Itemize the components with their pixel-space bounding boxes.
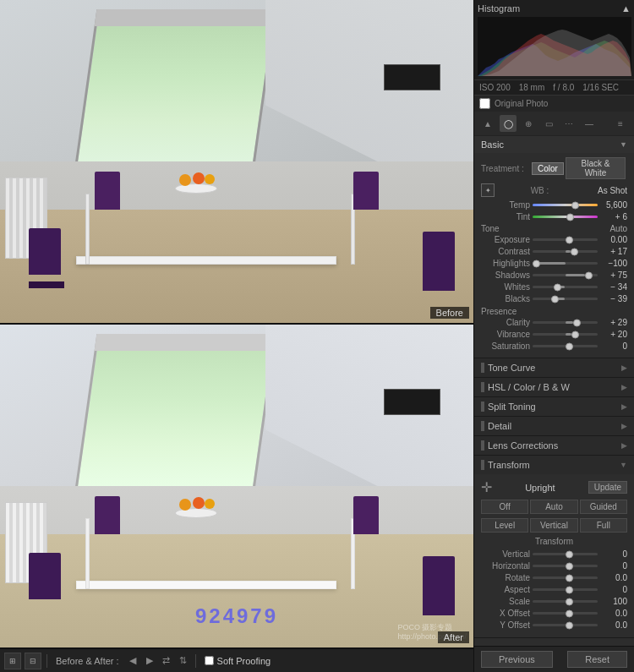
hsl-header[interactable]: HSL / Color / B & W ▶ (474, 378, 634, 396)
highlights-slider[interactable] (533, 262, 598, 265)
upright-full-btn[interactable]: Full (580, 518, 627, 533)
highlights-row: Highlights −100 (481, 259, 627, 268)
clarity-slider[interactable] (533, 321, 598, 324)
upright-guided-btn[interactable]: Guided (580, 500, 627, 514)
xoffset-thumb[interactable] (566, 609, 573, 617)
tool-histogram[interactable]: ▲ (479, 115, 496, 132)
horizontal-thumb[interactable] (566, 562, 573, 570)
update-btn[interactable]: Update (588, 481, 627, 494)
soft-proofing-checkbox[interactable] (205, 656, 214, 665)
original-photo-checkbox[interactable] (479, 98, 490, 109)
tone-curve-header[interactable]: Tone Curve ▶ (474, 358, 634, 377)
shadows-thumb[interactable] (585, 271, 593, 279)
reset-btn[interactable]: Reset (567, 651, 627, 668)
blacks-slider[interactable] (533, 298, 598, 300)
tone-auto[interactable]: Auto (609, 224, 627, 233)
aspect-row: Aspect 0 (481, 585, 627, 594)
contrast-thumb[interactable] (571, 248, 578, 255)
original-photo-label: Original Photo (495, 99, 548, 108)
basic-arrow: ▼ (620, 140, 627, 149)
exposure-row: Exposure 0.00 (481, 235, 627, 244)
blacks-row: Blacks − 39 (481, 294, 627, 303)
upright-auto-btn[interactable]: Auto (530, 500, 577, 514)
scale-slider[interactable] (533, 600, 598, 603)
clarity-thumb[interactable] (573, 319, 581, 326)
toolbar-arrow-left[interactable]: ◀ (126, 654, 139, 668)
previous-btn[interactable]: Previous (481, 651, 553, 668)
vibrance-slider[interactable] (533, 333, 598, 336)
bw-btn[interactable]: Black & White (566, 157, 626, 179)
histogram-triangle[interactable]: ▲ (621, 3, 631, 14)
xoffset-slider[interactable] (533, 612, 598, 615)
tint-thumb[interactable] (566, 213, 574, 221)
vertical-label: Vertical (481, 549, 530, 559)
tone-curve-divider (481, 363, 484, 373)
scale-thumb[interactable] (566, 598, 573, 605)
upright-vertical-btn[interactable]: Vertical (530, 518, 577, 533)
whites-thumb[interactable] (554, 283, 561, 291)
detail-header[interactable]: Detail ▶ (474, 417, 634, 435)
aspect-slider[interactable] (533, 588, 598, 591)
yoffset-thumb[interactable] (566, 621, 573, 629)
transform-arrow: ▼ (620, 461, 627, 469)
presence-header: Presence (481, 307, 627, 316)
xoffset-value: 0.0 (600, 609, 627, 618)
split-toning-header[interactable]: Split Toning ▶ (474, 397, 634, 416)
split-toning-divider (481, 402, 484, 412)
tint-slider[interactable] (533, 216, 598, 218)
toolbar-arrow-swap2[interactable]: ⇅ (177, 654, 190, 668)
toolbar-icon-2[interactable]: ⊟ (25, 653, 41, 669)
exposure-thumb[interactable] (566, 236, 573, 243)
transform-header[interactable]: Transform ▼ (474, 456, 634, 474)
hsl-arrow: ▶ (621, 383, 627, 391)
rotate-slider[interactable] (533, 576, 598, 579)
horizontal-slider[interactable] (533, 565, 598, 567)
tool-hsl[interactable]: ⋯ (560, 115, 577, 132)
saturation-thumb[interactable] (566, 342, 573, 350)
color-btn[interactable]: Color (532, 162, 564, 175)
toolbar-arrow-swap[interactable]: ⇄ (160, 654, 173, 668)
tool-effects[interactable]: — (581, 115, 598, 132)
saturation-slider[interactable] (533, 345, 598, 347)
horizontal-value: 0 (600, 561, 627, 571)
shadows-slider[interactable] (533, 274, 598, 276)
upright-level-btn[interactable]: Level (481, 518, 528, 533)
rotate-row: Rotate 0.0 (481, 573, 627, 582)
scale-row: Scale 100 (481, 597, 627, 606)
histogram-canvas (478, 17, 631, 76)
vertical-thumb[interactable] (566, 550, 573, 558)
vibrance-label: Vibrance (481, 330, 530, 339)
blacks-thumb[interactable] (551, 295, 559, 303)
temp-thumb[interactable] (571, 201, 579, 209)
highlights-thumb[interactable] (533, 260, 540, 267)
vertical-slider[interactable] (533, 553, 598, 555)
vibrance-fill (566, 333, 572, 336)
aspect-thumb[interactable] (566, 586, 573, 593)
horizontal-row: Horizontal 0 (481, 561, 627, 571)
lens-corrections-header[interactable]: Lens Corrections ▶ (474, 436, 634, 455)
tool-detail[interactable]: ▭ (540, 115, 557, 132)
transform-sub-title: Transform (481, 537, 627, 546)
contrast-slider[interactable] (533, 250, 598, 253)
basic-section-header[interactable]: Basic ▼ (474, 136, 634, 153)
yoffset-slider[interactable] (533, 624, 598, 626)
exposure-slider[interactable] (533, 238, 598, 241)
rotate-thumb[interactable] (566, 574, 573, 582)
treatment-row: Treatment : Color Black & White (481, 157, 627, 179)
saturation-label: Saturation (481, 341, 530, 351)
clarity-row: Clarity + 29 (481, 318, 627, 327)
upright-label: Upright (525, 483, 555, 493)
tool-menu[interactable]: ≡ (612, 115, 629, 132)
whites-slider[interactable] (533, 286, 598, 288)
tool-crop[interactable]: ⊕ (520, 115, 537, 132)
tool-basic[interactable]: ◯ (500, 115, 516, 132)
temp-slider[interactable] (533, 204, 598, 206)
aspect-value: 0 (600, 585, 627, 594)
toolbar-icon-1[interactable]: ⊞ (4, 653, 21, 669)
wb-eyedropper[interactable]: ✦ (481, 183, 495, 197)
clarity-value: + 29 (600, 318, 627, 327)
vibrance-thumb[interactable] (571, 331, 579, 338)
toolbar-arrow-right[interactable]: ▶ (143, 654, 156, 668)
bottom-nav: Previous Reset (474, 646, 634, 672)
upright-off-btn[interactable]: Off (481, 500, 528, 514)
